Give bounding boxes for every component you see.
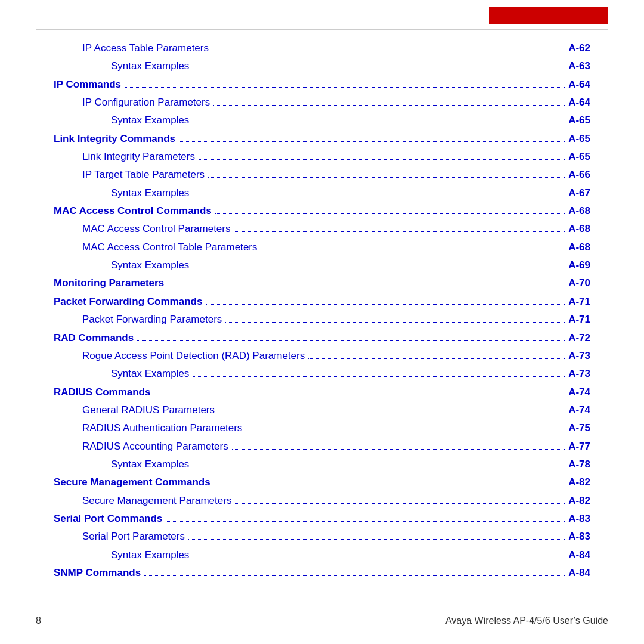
toc-dots xyxy=(234,231,565,232)
toc-item[interactable]: Packet Forwarding CommandsA-71 xyxy=(54,294,590,309)
toc-page-number: A-83 xyxy=(568,511,590,527)
toc-page-number: A-66 xyxy=(568,167,590,182)
toc-item[interactable]: Monitoring ParametersA-70 xyxy=(54,275,590,291)
toc-item[interactable]: RADIUS CommandsA-74 xyxy=(54,385,590,400)
toc-dots xyxy=(308,358,565,359)
toc-item[interactable]: IP CommandsA-64 xyxy=(54,77,590,92)
toc-label: MAC Access Control Parameters xyxy=(82,221,230,237)
toc-item[interactable]: Syntax ExamplesA-78 xyxy=(54,457,590,472)
toc-item[interactable]: Secure Management ParametersA-82 xyxy=(54,493,590,509)
toc-item[interactable]: Link Integrity ParametersA-65 xyxy=(54,149,590,165)
toc-label: IP Configuration Parameters xyxy=(82,95,210,110)
toc-dots xyxy=(206,304,565,305)
toc-item[interactable]: IP Target Table ParametersA-66 xyxy=(54,167,590,182)
toc-item[interactable]: Syntax ExamplesA-84 xyxy=(54,547,590,563)
toc-label: Secure Management Parameters xyxy=(82,493,231,509)
toc-page-number: A-73 xyxy=(568,348,590,364)
toc-item[interactable]: Syntax ExamplesA-73 xyxy=(54,366,590,382)
toc-dots xyxy=(215,213,565,214)
toc-dots xyxy=(218,413,565,413)
toc-item[interactable]: Secure Management CommandsA-82 xyxy=(54,475,590,490)
toc-item[interactable]: General RADIUS ParametersA-74 xyxy=(54,402,590,418)
toc-label: Monitoring Parameters xyxy=(54,275,164,291)
toc-label: Syntax Examples xyxy=(111,185,189,201)
toc-page-number: A-73 xyxy=(568,366,590,382)
footer-document-title: Avaya Wireless AP-4/5/6 User’s Guide xyxy=(445,615,608,626)
toc-dots xyxy=(193,196,565,196)
toc-dots xyxy=(168,286,565,286)
toc-page-number: A-68 xyxy=(568,203,590,219)
toc-page-number: A-65 xyxy=(568,131,590,147)
toc-label: Syntax Examples xyxy=(111,457,189,472)
toc-item[interactable]: RADIUS Accounting ParametersA-77 xyxy=(54,439,590,454)
toc-dots xyxy=(179,141,565,142)
toc-item[interactable]: Serial Port CommandsA-83 xyxy=(54,511,590,527)
toc-page-number: A-71 xyxy=(568,312,590,327)
toc-item[interactable]: Link Integrity CommandsA-65 xyxy=(54,131,590,147)
toc-item[interactable]: MAC Access Control Table ParametersA-68 xyxy=(54,240,590,255)
toc-label: General RADIUS Parameters xyxy=(82,402,215,418)
toc-dots xyxy=(166,521,565,522)
toc-dots xyxy=(261,250,565,250)
toc-page-number: A-72 xyxy=(568,330,590,346)
toc-dots xyxy=(193,558,565,558)
page: IP Access Table ParametersA-62Syntax Exa… xyxy=(0,0,644,644)
toc-item[interactable]: Syntax ExamplesA-69 xyxy=(54,258,590,273)
toc-page-number: A-70 xyxy=(568,275,590,291)
toc-label: Link Integrity Parameters xyxy=(82,149,195,165)
toc-dots xyxy=(125,87,565,88)
toc-item[interactable]: Syntax ExamplesA-67 xyxy=(54,185,590,201)
toc-label: IP Target Table Parameters xyxy=(82,167,205,182)
toc-item[interactable]: Serial Port ParametersA-83 xyxy=(54,529,590,544)
toc-item[interactable]: RADIUS Authentication ParametersA-75 xyxy=(54,420,590,436)
toc-label: Syntax Examples xyxy=(111,547,189,563)
toc-item[interactable]: Packet Forwarding ParametersA-71 xyxy=(54,312,590,327)
toc-label: IP Access Table Parameters xyxy=(82,41,209,56)
toc-page-number: A-78 xyxy=(568,457,590,472)
toc-dots xyxy=(193,268,565,268)
toc-label: Serial Port Parameters xyxy=(82,529,185,544)
toc-dots xyxy=(213,105,565,106)
toc-dots xyxy=(208,177,565,178)
toc-item[interactable]: SNMP CommandsA-84 xyxy=(54,565,590,581)
toc-page-number: A-67 xyxy=(568,185,590,201)
toc-page-number: A-84 xyxy=(568,547,590,563)
toc-dots xyxy=(188,539,565,540)
toc-label: Serial Port Commands xyxy=(54,511,162,527)
toc-page-number: A-82 xyxy=(568,475,590,490)
toc-item[interactable]: MAC Access Control ParametersA-68 xyxy=(54,221,590,237)
toc-page-number: A-82 xyxy=(568,493,590,509)
toc-item[interactable]: IP Configuration ParametersA-64 xyxy=(54,95,590,110)
toc-page-number: A-77 xyxy=(568,439,590,454)
toc-item[interactable]: Syntax ExamplesA-65 xyxy=(54,113,590,128)
toc-dots xyxy=(232,449,565,450)
toc-label: Syntax Examples xyxy=(111,258,189,273)
toc-item[interactable]: Syntax ExamplesA-63 xyxy=(54,58,590,74)
toc-label: Secure Management Commands xyxy=(54,475,210,490)
toc-item[interactable]: IP Access Table ParametersA-62 xyxy=(54,41,590,56)
toc-dots xyxy=(193,467,565,467)
toc-dots xyxy=(137,340,565,341)
toc-item[interactable]: MAC Access Control CommandsA-68 xyxy=(54,203,590,219)
toc-label: Syntax Examples xyxy=(111,113,189,128)
toc-item[interactable]: RAD CommandsA-72 xyxy=(54,330,590,346)
toc-dots xyxy=(193,123,565,123)
toc-label: RADIUS Accounting Parameters xyxy=(82,439,228,454)
toc-label: MAC Access Control Table Parameters xyxy=(82,240,258,255)
toc-label: Syntax Examples xyxy=(111,58,189,74)
toc-dots xyxy=(193,69,565,69)
toc-dots xyxy=(144,575,565,576)
toc-label: MAC Access Control Commands xyxy=(54,203,212,219)
toc-dots xyxy=(246,431,565,431)
toc-label: Packet Forwarding Commands xyxy=(54,294,202,309)
red-accent-block xyxy=(489,7,608,24)
toc-dots xyxy=(212,51,565,51)
toc-dots xyxy=(235,503,565,504)
toc-page-number: A-83 xyxy=(568,529,590,544)
toc-label: Rogue Access Point Detection (RAD) Param… xyxy=(82,348,305,364)
toc-dots xyxy=(193,376,565,377)
toc-page-number: A-68 xyxy=(568,240,590,255)
toc-page-number: A-75 xyxy=(568,420,590,436)
toc-item[interactable]: Rogue Access Point Detection (RAD) Param… xyxy=(54,348,590,364)
toc-page-number: A-74 xyxy=(568,402,590,418)
